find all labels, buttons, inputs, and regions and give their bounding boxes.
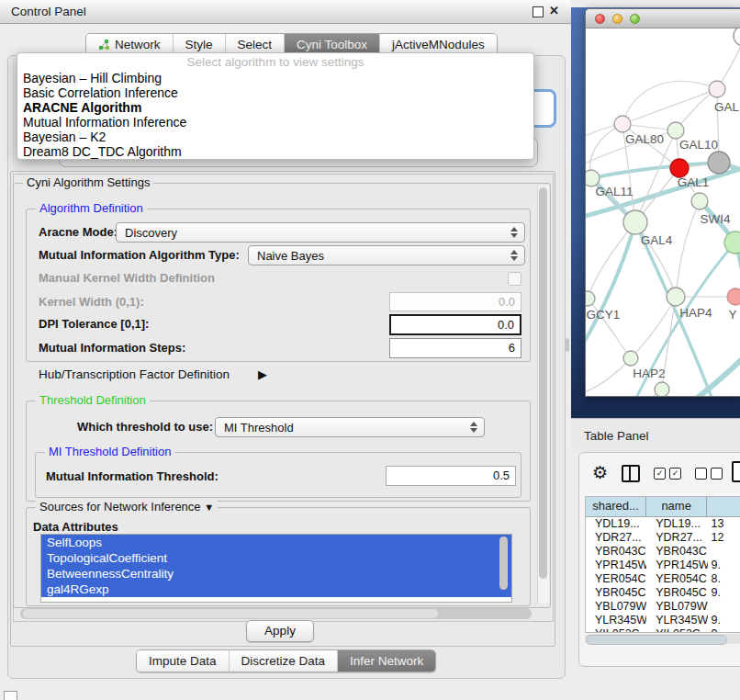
table-row[interactable]: YPR145WYPR145W9. xyxy=(586,559,740,572)
algorithm-item-aracne-algorithm[interactable]: ARACNE Algorithm xyxy=(17,100,533,115)
deselect-all-icon[interactable] xyxy=(695,468,723,480)
algorithm-item-mutual-information-inference[interactable]: Mutual Information Inference xyxy=(17,115,533,130)
table-panel-bar: Table Panel xyxy=(571,418,740,453)
column-header-name[interactable]: name xyxy=(646,497,707,516)
settings-vertical-scrollbar[interactable] xyxy=(537,186,549,604)
network-node-hap2[interactable] xyxy=(623,351,638,366)
apply-button[interactable]: Apply xyxy=(246,620,314,642)
collapsed-arrow-icon[interactable]: ▶ xyxy=(258,367,267,382)
aracne-mode-value: Discovery xyxy=(125,226,177,240)
table-cell: YLR345W xyxy=(646,614,707,627)
network-node-gal10[interactable] xyxy=(667,122,684,139)
table-cell: YBR045C xyxy=(586,586,646,600)
data-attributes-list[interactable]: SelfLoopsTopologicalCoefficientBetweenne… xyxy=(40,534,512,603)
dpi-tolerance-field[interactable]: 0.0 xyxy=(389,314,521,335)
table-cell: YBR043C xyxy=(646,545,707,559)
algorithm-placeholder: Select algorithm to view settings xyxy=(17,53,533,71)
settings-hscroll-thumb[interactable] xyxy=(23,609,438,618)
mi-type-value: Naive Bayes xyxy=(257,249,324,263)
network-graph[interactable]: GALGAL80GAL10GAL1GAL11SWI4GAL4GCY1HAP4YH… xyxy=(586,28,740,396)
manual-kernel-checkbox[interactable] xyxy=(508,272,521,286)
attr-list-scrollbar[interactable] xyxy=(499,535,510,600)
kernel-width-field[interactable]: 0.0 xyxy=(389,292,521,311)
cyni-tab-label: Impute Data xyxy=(149,654,217,668)
network-graph-icon xyxy=(98,39,110,51)
table-row[interactable]: YLR345WYLR345W9. xyxy=(586,614,740,627)
mi-steps-field[interactable]: 6 xyxy=(389,338,521,358)
network-node-gal80[interactable] xyxy=(614,116,631,132)
tab-label: Select xyxy=(238,38,273,51)
table-row[interactable]: YBR045CYBR045C9. xyxy=(586,586,740,600)
table-panel-title: Table Panel xyxy=(584,429,649,443)
table-cell: YER054C xyxy=(646,572,707,586)
column-header-shared[interactable]: shared... xyxy=(586,497,646,516)
node-label: HAP2 xyxy=(633,367,665,380)
algorithm-item-dream8-dc-tdc-algorithm[interactable]: Dream8 DC_TDC Algorithm xyxy=(17,144,533,159)
close-icon[interactable]: ✕ xyxy=(549,4,559,17)
mac-minimize-button[interactable] xyxy=(612,14,622,24)
network-node-gal[interactable] xyxy=(709,81,725,97)
network-node[interactable] xyxy=(724,231,740,254)
mac-close-button[interactable] xyxy=(595,14,605,24)
network-window-titlebar xyxy=(586,9,740,28)
aracne-mode-label: Aracne Mode: xyxy=(39,225,118,240)
manual-kernel-label: Manual Kernel Width Definition xyxy=(39,271,215,286)
network-node-y[interactable] xyxy=(727,288,740,305)
column-header-clipped[interactable] xyxy=(707,497,740,516)
table-cell: 8. xyxy=(708,572,740,586)
table-cell: YDR27... xyxy=(586,531,646,545)
float-window-icon[interactable] xyxy=(533,6,544,17)
mi-threshold-field[interactable]: 0.5 xyxy=(386,466,516,486)
attribute-item-gal4rgexp[interactable]: gal4RGexp xyxy=(41,581,511,597)
algorithm-item-basic-correlation-inference[interactable]: Basic Correlation Inference xyxy=(17,85,533,100)
algorithm-item-bayesian-hill-climbing[interactable]: Bayesian – Hill Climbing xyxy=(17,71,533,85)
settings-scroll-thumb[interactable] xyxy=(539,187,547,579)
table-cell: YBL079W xyxy=(586,600,646,614)
table-row[interactable]: YDL19...YDL19...13 xyxy=(586,517,740,531)
table-cell: YPR145W xyxy=(586,559,646,572)
expanded-arrow-icon[interactable]: ▼ xyxy=(204,502,214,513)
table-cell: YBL079W xyxy=(646,600,707,614)
mi-type-select[interactable]: Naive Bayes xyxy=(248,245,525,265)
split-column-icon[interactable] xyxy=(622,465,640,482)
node-label: GAL4 xyxy=(641,233,673,247)
network-node-gal4[interactable] xyxy=(623,210,647,234)
attr-list-scroll-thumb[interactable] xyxy=(499,536,508,590)
table-row[interactable]: YDR27...YDR27...12 xyxy=(586,531,740,545)
mac-zoom-button[interactable] xyxy=(630,14,640,24)
table-cell: YER054C xyxy=(586,572,646,586)
gear-icon[interactable]: ⚙ xyxy=(592,464,608,482)
which-threshold-select[interactable]: MI Threshold xyxy=(215,417,485,437)
cyni-tab-infer-network[interactable]: Infer Network xyxy=(338,650,435,672)
node-table[interactable]: shared...name YDL19...YDL19...13YDR27...… xyxy=(585,496,740,633)
attribute-item-topologicalcoefficient[interactable]: TopologicalCoefficient xyxy=(41,550,511,566)
select-all-icon[interactable]: ✓ ✓ xyxy=(654,468,681,480)
settings-horizontal-scrollbar[interactable] xyxy=(20,608,532,619)
cyni-tab-label: Infer Network xyxy=(350,654,423,668)
table-cell: YDR27... xyxy=(646,531,707,545)
attribute-item-selfloops[interactable]: SelfLoops xyxy=(41,535,511,550)
table-row[interactable]: YBR043CYBR043C xyxy=(586,545,740,559)
cyni-tab-discretize-data[interactable]: Discretize Data xyxy=(230,650,339,672)
table-row[interactable]: YIL052CYIL052C9 xyxy=(586,627,740,633)
split-pane-handle[interactable] xyxy=(566,338,569,352)
network-node-hap4[interactable] xyxy=(667,288,685,306)
table-horizontal-scrollbar[interactable] xyxy=(585,634,740,644)
network-node-swi4[interactable] xyxy=(691,193,708,209)
node-label: HAP4 xyxy=(679,306,712,320)
table-cell: YLR345W xyxy=(586,614,646,627)
aracne-mode-select[interactable]: Discovery xyxy=(116,222,525,243)
attribute-item-betweennesscentrality[interactable]: BetweennessCentrality xyxy=(41,566,511,581)
table-row[interactable]: YBL079WYBL079W xyxy=(586,600,740,614)
network-node[interactable] xyxy=(708,152,730,174)
table-row[interactable]: YER054CYER054C8. xyxy=(586,572,740,586)
network-node-gcy1[interactable] xyxy=(586,291,595,306)
network-node[interactable] xyxy=(655,382,669,396)
network-node[interactable] xyxy=(734,28,740,46)
cyni-tab-impute-data[interactable]: Impute Data xyxy=(137,650,230,672)
algorithm-item-bayesian-k2[interactable]: Bayesian – K2 xyxy=(17,130,533,144)
hub-definition-label[interactable]: Hub/Transcription Factor Definition xyxy=(39,367,230,382)
network-node-gal1[interactable] xyxy=(670,159,689,177)
table-hscroll-thumb[interactable] xyxy=(586,635,727,645)
page-icon[interactable] xyxy=(732,461,740,482)
